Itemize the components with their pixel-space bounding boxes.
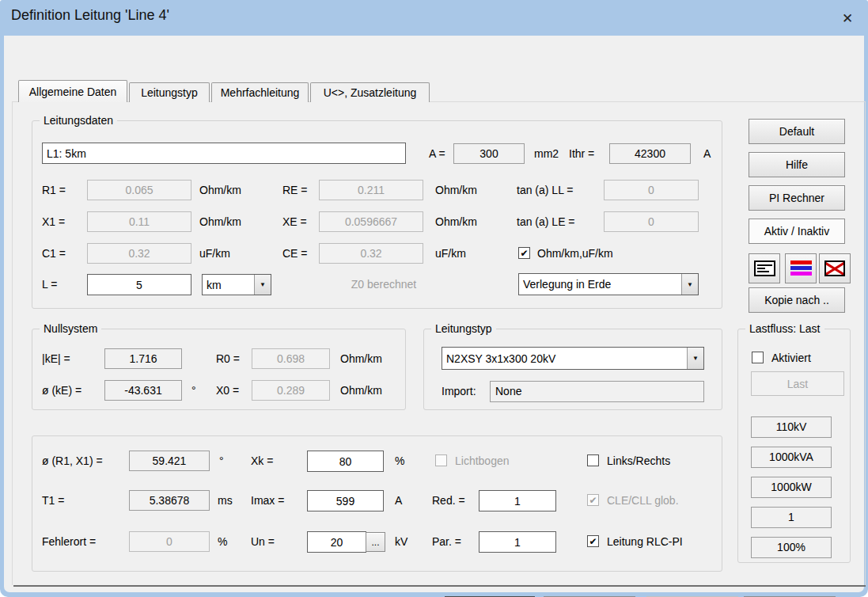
label-display-button[interactable] bbox=[749, 253, 780, 283]
x0-unit: Ohm/km bbox=[340, 380, 382, 401]
dropdown-arrow-icon: ▼ bbox=[681, 274, 698, 295]
tanll-label: tan (a) LL = bbox=[517, 180, 573, 200]
lastfluss-voltage-field: 110kV bbox=[751, 416, 832, 438]
par-input[interactable] bbox=[479, 531, 556, 553]
xe-unit: Ohm/km bbox=[435, 211, 477, 232]
kopie-nach-button[interactable]: Kopie nach .. bbox=[749, 287, 845, 313]
check-icon: ✔ bbox=[520, 248, 528, 259]
links-rechts-checkbox[interactable] bbox=[587, 454, 599, 466]
imax-input[interactable] bbox=[307, 490, 384, 511]
tab-zusatzleitung[interactable]: U<>, Zusatzleitung bbox=[310, 82, 430, 102]
un-label: Un = bbox=[251, 531, 275, 552]
leitungsdaten-legend: Leitungsdaten bbox=[40, 114, 117, 127]
re-label: RE = bbox=[282, 180, 308, 200]
leitungstyp-legend: Leitungstyp bbox=[431, 322, 496, 336]
ithr-label: Ithr = bbox=[569, 143, 594, 164]
dropdown-arrow-icon: ▼ bbox=[254, 275, 271, 295]
aktiviert-checkbox[interactable] bbox=[752, 352, 764, 363]
lichtbogen-label: Lichtbogen bbox=[455, 451, 510, 471]
tab-mehrfachleitung[interactable]: Mehrfachleitung bbox=[211, 82, 309, 102]
rlc-pi-checkbox[interactable]: ✔ bbox=[587, 535, 599, 547]
xk-unit: % bbox=[395, 451, 404, 471]
xk-input[interactable] bbox=[307, 451, 384, 472]
color-stripes-icon bbox=[790, 260, 812, 276]
r0-unit: Ohm/km bbox=[340, 348, 382, 369]
rlc-pi-label: Leitung RLC-PI bbox=[607, 531, 683, 552]
aktiviert-label: Aktiviert bbox=[771, 348, 811, 368]
imax-unit: A bbox=[395, 490, 402, 511]
un-input[interactable] bbox=[307, 531, 366, 553]
fehlerort-unit: % bbox=[218, 531, 227, 552]
r0-field: 0.698 bbox=[252, 348, 330, 369]
dropdown-arrow-icon: ▼ bbox=[687, 348, 703, 369]
length-unit-select[interactable]: km ▼ bbox=[202, 274, 271, 295]
r1-label: R1 = bbox=[42, 180, 66, 200]
r1-field: 0.065 bbox=[87, 180, 191, 200]
ohm-uf-checkbox-label: Ohm/km,uF/km bbox=[537, 243, 613, 264]
footer-divider bbox=[13, 585, 866, 587]
re-field: 0.211 bbox=[319, 180, 423, 200]
length-input[interactable] bbox=[87, 274, 191, 295]
phike-unit: ° bbox=[191, 380, 196, 401]
c1-label: C1 = bbox=[42, 243, 66, 264]
text-lines-icon bbox=[754, 260, 775, 276]
lastfluss-kva-field: 1000kVA bbox=[751, 447, 832, 468]
default-button[interactable]: Default bbox=[749, 119, 845, 144]
tanle-field: 0 bbox=[604, 211, 699, 232]
ce-label: CE = bbox=[282, 243, 308, 264]
r0-label: R0 = bbox=[216, 348, 240, 369]
tab-leitungstyp[interactable]: Leitungstyp bbox=[129, 82, 210, 102]
ke-label: |kE| = bbox=[42, 348, 70, 369]
red-label: Red. = bbox=[432, 490, 465, 511]
lastfluss-legend: Lastfluss: Last bbox=[745, 322, 824, 336]
ohm-uf-checkbox[interactable]: ✔ bbox=[518, 247, 530, 259]
line-name-input[interactable] bbox=[42, 143, 406, 164]
x0-label: X0 = bbox=[216, 380, 239, 401]
ithr-field: 42300 bbox=[609, 143, 691, 164]
ke-field: 1.716 bbox=[104, 348, 182, 369]
hilfe-side-button[interactable]: Hilfe bbox=[749, 152, 845, 177]
re-unit: Ohm/km bbox=[435, 180, 477, 200]
x1-label: X1 = bbox=[42, 211, 65, 232]
check-icon: ✔ bbox=[589, 495, 597, 506]
delete-button[interactable] bbox=[819, 253, 851, 283]
dialog-title: Definition Leitung 'Line 4' bbox=[11, 7, 169, 24]
t1-field: 5.38678 bbox=[129, 490, 210, 511]
tanle-label: tan (a) LE = bbox=[517, 211, 575, 232]
definition-leitung-dialog: Definition Leitung 'Line 4' ✕ Allgemeine… bbox=[0, 0, 868, 597]
fehlerort-field: 0 bbox=[129, 531, 210, 552]
phi-unit: ° bbox=[219, 451, 224, 471]
cle-cll-checkbox: ✔ bbox=[587, 494, 599, 506]
line-colors-button[interactable] bbox=[785, 253, 817, 283]
tanll-field: 0 bbox=[604, 180, 699, 200]
red-x-icon bbox=[824, 260, 845, 276]
imax-label: Imax = bbox=[251, 490, 284, 511]
a-unit: mm2 bbox=[534, 143, 559, 164]
ithr-unit: A bbox=[703, 143, 711, 164]
last-button: Last bbox=[751, 371, 844, 396]
verlegung-select[interactable]: Verlegung in Erde ▼ bbox=[518, 273, 699, 295]
import-field: None bbox=[490, 381, 704, 402]
un-browse-button[interactable]: ... bbox=[366, 532, 385, 552]
dialog-body: Allgemeine Daten Leitungstyp Mehrfachlei… bbox=[4, 36, 864, 592]
x1-unit: Ohm/km bbox=[199, 211, 241, 232]
leitungstyp-select[interactable]: N2XSY 3x1x300 20kV ▼ bbox=[442, 347, 704, 370]
red-input[interactable] bbox=[479, 490, 556, 511]
r1-unit: Ohm/km bbox=[199, 180, 241, 200]
aktiv-inaktiv-button[interactable]: Aktiv / Inaktiv bbox=[749, 219, 845, 244]
pi-rechner-button[interactable]: PI Rechner bbox=[749, 185, 845, 211]
close-icon[interactable]: ✕ bbox=[834, 6, 861, 31]
cle-cll-label: CLE/CLL glob. bbox=[607, 490, 679, 511]
c1-field: 0.32 bbox=[87, 243, 191, 264]
a-field: 300 bbox=[453, 143, 525, 164]
ce-unit: uF/km bbox=[435, 243, 466, 264]
lichtbogen-checkbox bbox=[435, 454, 447, 466]
tab-allgemeine-daten[interactable]: Allgemeine Daten bbox=[18, 80, 127, 102]
links-rechts-label: Links/Rechts bbox=[607, 451, 670, 471]
c1-unit: uF/km bbox=[199, 243, 230, 264]
ce-field: 0.32 bbox=[319, 243, 423, 264]
lastfluss-factor-field: 1 bbox=[751, 507, 832, 528]
lastfluss-percent-field: 100% bbox=[751, 537, 832, 558]
l-label: L = bbox=[42, 274, 57, 295]
t1-label: T1 = bbox=[42, 490, 64, 511]
